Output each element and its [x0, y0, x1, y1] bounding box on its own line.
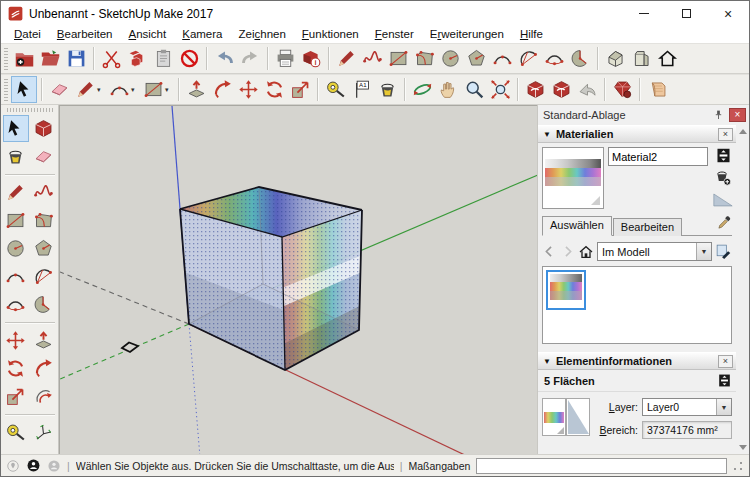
secondary-pane-icon[interactable]	[715, 147, 732, 164]
select-tool-button[interactable]	[11, 76, 37, 103]
front-material-thumbnail[interactable]	[542, 398, 566, 436]
move-tool-button[interactable]	[3, 327, 29, 354]
get-models-button[interactable]	[522, 76, 548, 103]
share-component-button[interactable]	[574, 76, 600, 103]
tab-auswaehlen[interactable]: Auswählen	[542, 216, 612, 236]
menu-ansicht[interactable]: Ansicht	[121, 27, 175, 42]
layer-dropdown[interactable]: Layer0 ▼	[642, 398, 732, 416]
default-material-icon[interactable]	[712, 192, 734, 207]
three-point-arc-tool-button[interactable]	[3, 291, 29, 318]
eyedropper-icon[interactable]	[717, 215, 732, 230]
forward-arrow-icon[interactable]	[560, 244, 575, 259]
sample-paint-icon[interactable]	[715, 243, 732, 260]
print-button[interactable]	[272, 45, 298, 72]
chevron-down-icon[interactable]: ▾	[165, 86, 169, 94]
share-model-button[interactable]	[548, 76, 574, 103]
close-button[interactable]: ×	[707, 1, 749, 26]
tray-close-button[interactable]: ×	[729, 108, 746, 122]
menu-funktionen[interactable]: Funktionen	[294, 27, 367, 42]
user-status-icon[interactable]	[47, 459, 61, 473]
entity-info-section-header[interactable]: ▼ Elementinformationen ×	[538, 352, 736, 370]
polygon-tool-button[interactable]	[463, 45, 489, 72]
open-button[interactable]	[37, 45, 63, 72]
line-tool-button[interactable]	[333, 45, 359, 72]
save-button[interactable]	[63, 45, 89, 72]
rectangle-tool-dropdown[interactable]: ▾	[140, 76, 174, 103]
scale-tool-button[interactable]	[3, 383, 29, 410]
scale-tool-button[interactable]	[287, 76, 313, 103]
menu-bearbeiten[interactable]: Bearbeiten	[49, 27, 121, 42]
back-material-thumbnail[interactable]	[566, 398, 590, 436]
new-button[interactable]	[11, 45, 37, 72]
pie-tool-button[interactable]	[31, 291, 57, 318]
chevron-down-icon[interactable]: ▼	[716, 399, 731, 415]
back-arrow-icon[interactable]	[542, 244, 557, 259]
rectangle-tool-button[interactable]	[385, 45, 411, 72]
two-point-arc-tool-button[interactable]	[31, 263, 57, 290]
menu-zeichnen[interactable]: Zeichnen	[231, 27, 294, 42]
make-component-button[interactable]	[31, 115, 57, 142]
follow-me-tool-button[interactable]	[31, 355, 57, 382]
rectangle-tool-button[interactable]	[3, 207, 29, 234]
credit-attribution-icon[interactable]	[26, 458, 41, 473]
menu-erweiterungen[interactable]: Erweiterungen	[422, 27, 512, 42]
material-preview[interactable]	[542, 147, 604, 209]
tape-measure-tool-button[interactable]	[3, 419, 29, 446]
tray-scrollbar[interactable]	[736, 125, 749, 454]
blue-axis-negative[interactable]	[189, 324, 200, 454]
arc-tool-button[interactable]	[489, 45, 515, 72]
drawn-rectangle[interactable]	[122, 343, 138, 353]
push-pull-tool-button[interactable]	[31, 327, 57, 354]
menu-kamera[interactable]: Kamera	[174, 27, 230, 42]
front-view-button[interactable]	[654, 45, 680, 72]
follow-me-tool-button[interactable]	[209, 76, 235, 103]
arc-tool-dropdown[interactable]: ▾	[106, 76, 140, 103]
eraser-tool-button[interactable]	[31, 143, 57, 170]
toolbar-grip[interactable]	[7, 108, 53, 112]
model-info-button[interactable]: i	[298, 45, 324, 72]
materials-list[interactable]	[542, 266, 732, 344]
copy-button[interactable]	[124, 45, 150, 72]
push-pull-tool-button[interactable]	[183, 76, 209, 103]
entity-info-close-button[interactable]: ×	[718, 355, 733, 368]
materials-browser-button[interactable]	[644, 76, 670, 103]
create-material-icon[interactable]	[714, 169, 733, 187]
red-axis-negative[interactable]	[60, 272, 189, 324]
tab-bearbeiten[interactable]: Bearbeiten	[613, 218, 682, 236]
arc-tool-button[interactable]	[3, 263, 29, 290]
pie-tool-button[interactable]	[567, 45, 593, 72]
text-tool-button[interactable]: A1	[348, 76, 374, 103]
freehand-tool-button[interactable]	[31, 179, 57, 206]
orbit-tool-button[interactable]	[409, 76, 435, 103]
chevron-down-icon[interactable]: ▾	[131, 86, 135, 94]
measurements-input[interactable]	[476, 458, 727, 474]
tape-measure-tool-button[interactable]	[322, 76, 348, 103]
materials-section-header[interactable]: ▼ Materialien ×	[538, 125, 736, 143]
rotated-rectangle-tool-button[interactable]	[411, 45, 437, 72]
modeling-viewport[interactable]	[59, 105, 537, 454]
extension-warehouse-button[interactable]	[609, 76, 635, 103]
line-tool-dropdown[interactable]: ▾	[72, 76, 106, 103]
collection-dropdown[interactable]: Im Modell ▼	[597, 242, 712, 261]
toolbar-grip[interactable]	[4, 79, 8, 101]
resize-grip[interactable]	[733, 461, 743, 471]
menu-fenster[interactable]: Fenster	[367, 27, 422, 42]
scroll-up-icon[interactable]	[739, 129, 747, 134]
rotate-tool-button[interactable]	[3, 355, 29, 382]
pin-icon[interactable]	[712, 109, 725, 122]
side-view-button[interactable]	[628, 45, 654, 72]
rotate-tool-button[interactable]	[261, 76, 287, 103]
toolbar-grip[interactable]	[4, 48, 8, 70]
iso-view-button[interactable]	[602, 45, 628, 72]
zoom-tool-button[interactable]	[461, 76, 487, 103]
redo-button[interactable]	[237, 45, 263, 72]
line-tool-button[interactable]	[3, 179, 29, 206]
maximize-button[interactable]	[665, 1, 707, 26]
details-pane-icon[interactable]	[717, 373, 732, 388]
model-cube[interactable]	[180, 187, 362, 370]
paint-bucket-tool-button[interactable]	[3, 143, 29, 170]
undo-button[interactable]	[211, 45, 237, 72]
eraser-tool-button[interactable]	[46, 76, 72, 103]
chevron-down-icon[interactable]: ▼	[696, 243, 711, 260]
collapse-triangle-icon[interactable]: ▼	[543, 130, 551, 139]
